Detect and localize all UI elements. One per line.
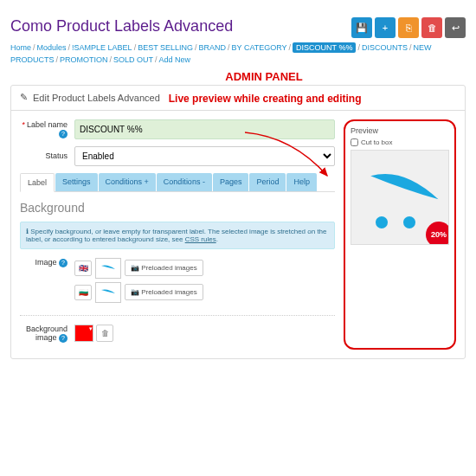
lang-flag-bg[interactable]: 🇧🇬 bbox=[74, 285, 92, 300]
tab-help[interactable]: Help bbox=[286, 173, 317, 191]
preview-panel: Preview Cut to box 20% bbox=[344, 119, 456, 350]
image-thumb-2[interactable] bbox=[95, 282, 121, 303]
breadcrumb-link[interactable]: BY CATEGORY bbox=[232, 43, 287, 52]
image-label: Image ? bbox=[20, 258, 68, 267]
breadcrumb-link[interactable]: DISCOUNT %% bbox=[293, 42, 356, 53]
preview-label: Preview bbox=[351, 126, 449, 135]
status-label: Status bbox=[20, 151, 68, 160]
breadcrumb-link[interactable]: Modules bbox=[37, 43, 67, 52]
breadcrumb-link[interactable]: SOLD OUT bbox=[113, 55, 153, 64]
tab-pages[interactable]: Pages bbox=[213, 173, 249, 191]
save-button[interactable]: 💾 bbox=[351, 17, 372, 38]
annotation-title: ADMIN PANEL bbox=[62, 70, 466, 83]
bg-image-label: Background image ? bbox=[20, 325, 68, 343]
cut-to-box-checkbox[interactable]: Cut to box bbox=[351, 138, 449, 146]
pencil-icon: ✎ bbox=[20, 92, 28, 103]
panel-title-text: Edit Product Labels Advanced bbox=[33, 93, 160, 103]
preview-swoosh-icon bbox=[364, 166, 442, 214]
breadcrumb-link[interactable]: !SAMPLE LABEL bbox=[72, 43, 132, 52]
tab-conditions-[interactable]: Conditions - bbox=[157, 173, 212, 191]
breadcrumb-link[interactable]: Home bbox=[10, 43, 31, 52]
status-select[interactable]: Enabled bbox=[74, 146, 335, 166]
form-area: *Label name ? Status Enabled LabelSettin… bbox=[20, 119, 335, 350]
back-button[interactable]: ↩ bbox=[445, 17, 466, 38]
label-name-label: *Label name ? bbox=[20, 120, 68, 138]
preview-dots bbox=[376, 216, 415, 228]
delete-button[interactable]: 🗑 bbox=[421, 17, 442, 38]
copy-button[interactable]: ⎘ bbox=[398, 17, 419, 38]
breadcrumb: Home/Modules/!SAMPLE LABEL/BEST SELLING/… bbox=[10, 42, 466, 67]
css-rules-link[interactable]: CSS rules bbox=[185, 235, 216, 243]
label-name-input[interactable] bbox=[74, 119, 335, 139]
tabs: LabelSettingsConditions +Conditions -Pag… bbox=[20, 173, 335, 192]
add-button[interactable]: + bbox=[375, 17, 396, 38]
help-icon[interactable]: ? bbox=[59, 259, 68, 267]
clear-bg-button[interactable]: 🗑 bbox=[96, 325, 113, 342]
breadcrumb-link[interactable]: BEST SELLING bbox=[138, 43, 193, 52]
breadcrumb-link[interactable]: PROMOTION bbox=[60, 55, 108, 64]
discount-badge: 20% bbox=[426, 222, 449, 245]
image-thumb-1[interactable] bbox=[95, 258, 121, 279]
tab-conditions-[interactable]: Conditions + bbox=[99, 173, 156, 191]
lang-flag-en[interactable]: 🇬🇧 bbox=[74, 261, 92, 276]
annotation-subtitle: Live preview while creating and editing bbox=[169, 93, 362, 105]
preview-box: 20% bbox=[351, 150, 449, 245]
tab-label[interactable]: Label bbox=[20, 173, 55, 192]
color-swatch[interactable]: ▾ bbox=[74, 325, 93, 342]
action-buttons: 💾 + ⎘ 🗑 ↩ bbox=[351, 17, 466, 38]
preloaded-images-button[interactable]: 📷 Preloaded images bbox=[125, 260, 203, 276]
help-icon[interactable]: ? bbox=[59, 334, 68, 343]
breadcrumb-link[interactable]: BRAND bbox=[199, 43, 227, 52]
breadcrumb-link[interactable]: DISCOUNTS bbox=[362, 43, 408, 52]
preloaded-images-button[interactable]: 📷 Preloaded images bbox=[125, 284, 203, 300]
page-title: Como Product Labels Advanced bbox=[10, 17, 233, 35]
panel-header: ✎ Edit Product Labels Advanced Live prev… bbox=[11, 86, 465, 111]
breadcrumb-link[interactable]: Add New bbox=[159, 55, 191, 64]
tab-settings[interactable]: Settings bbox=[55, 173, 98, 191]
help-icon[interactable]: ? bbox=[59, 130, 68, 138]
edit-panel: ✎ Edit Product Labels Advanced Live prev… bbox=[10, 85, 466, 359]
info-box: ℹ Specify background, or leave empty for… bbox=[20, 222, 335, 249]
tab-period[interactable]: Period bbox=[249, 173, 286, 191]
section-background: Background bbox=[20, 201, 335, 215]
